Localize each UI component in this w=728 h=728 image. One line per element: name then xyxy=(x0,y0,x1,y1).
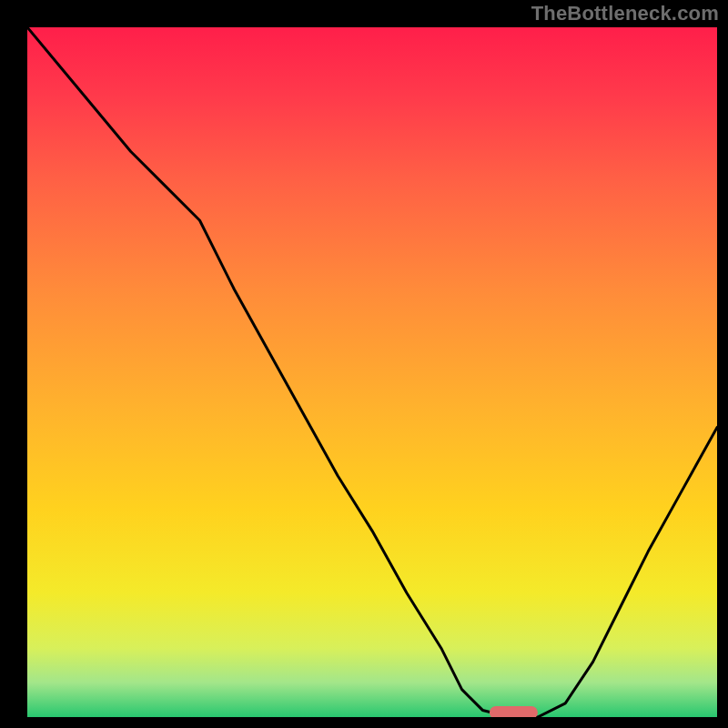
chart-frame: TheBottleneck.com xyxy=(0,0,728,728)
heatmap-background xyxy=(27,27,717,717)
chart-svg xyxy=(27,27,717,717)
plot-area xyxy=(27,27,717,717)
watermark-text: TheBottleneck.com xyxy=(531,2,719,25)
optimal-marker xyxy=(490,706,538,717)
